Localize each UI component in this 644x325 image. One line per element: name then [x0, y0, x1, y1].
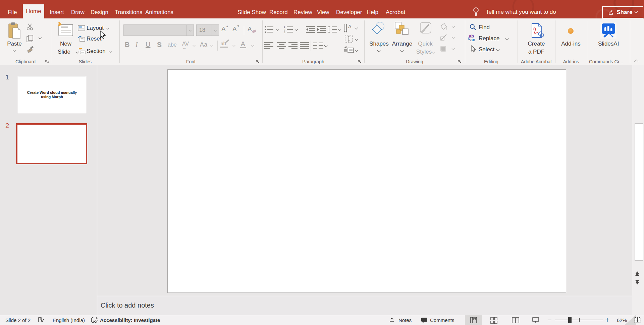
paragraph-dialog-launcher-icon[interactable] — [358, 60, 362, 64]
select-icon[interactable] — [470, 45, 477, 53]
align-center-icon[interactable] — [277, 42, 286, 50]
tab-view[interactable]: View — [317, 9, 329, 16]
replace-chevron-icon[interactable] — [505, 37, 509, 40]
section-chevron-icon[interactable] — [109, 50, 112, 53]
character-spacing-button[interactable]: AV↔ — [182, 41, 189, 47]
layout-chevron-icon[interactable] — [106, 26, 110, 30]
tab-review[interactable]: Review — [293, 9, 312, 16]
italic-button[interactable]: I — [136, 41, 138, 49]
font-size-combo[interactable]: 18 — [196, 24, 219, 36]
next-slide-button[interactable] — [635, 280, 639, 284]
language-indicator[interactable]: English (India) — [53, 317, 85, 323]
quick-styles-icon[interactable] — [419, 21, 433, 36]
spellcheck-icon[interactable] — [38, 317, 44, 323]
arrange-label[interactable]: Arrange — [392, 41, 413, 47]
numbering-icon[interactable]: 123 — [284, 25, 293, 34]
clear-formatting-button[interactable]: A — [248, 25, 252, 33]
shapes-chevron-icon[interactable] — [377, 49, 381, 52]
shapes-icon[interactable] — [371, 21, 386, 36]
align-left-icon[interactable] — [264, 42, 274, 50]
notes-toggle[interactable]: Notes — [398, 317, 412, 323]
underline-button[interactable]: U — [146, 41, 150, 49]
normal-view-button[interactable] — [465, 315, 482, 325]
increase-indent-icon[interactable] — [317, 25, 326, 34]
slide-2-thumbnail[interactable] — [16, 123, 87, 164]
tell-me-box[interactable]: Tell me what you want to do — [486, 9, 556, 15]
notes-pane[interactable]: Click to add notes — [97, 296, 632, 315]
shapes-label[interactable]: Shapes — [369, 41, 389, 47]
paste-chevron-icon[interactable] — [13, 49, 16, 52]
tab-slide-show[interactable]: Slide Show — [237, 9, 266, 16]
shape-fill-chevron-icon[interactable] — [452, 25, 455, 28]
section-icon[interactable] — [78, 48, 86, 54]
smartart-icon[interactable] — [344, 46, 354, 55]
slidesai-button-label[interactable]: SlidesAI — [598, 41, 619, 47]
layout-icon[interactable] — [78, 25, 85, 31]
tab-acrobat[interactable]: Acrobat — [386, 9, 406, 16]
quick-styles-label-2[interactable]: Styles — [414, 49, 434, 55]
text-direction-chevron-icon[interactable] — [355, 26, 358, 29]
notes-placeholder[interactable]: Click to add notes — [101, 302, 154, 309]
align-text-icon[interactable] — [344, 35, 354, 44]
previous-slide-button[interactable] — [635, 271, 639, 276]
zoom-in-button[interactable]: + — [605, 316, 609, 324]
line-spacing-icon[interactable] — [328, 25, 337, 34]
arrange-chevron-icon[interactable] — [400, 49, 404, 52]
smartart-chevron-icon[interactable] — [355, 49, 358, 52]
reading-view-icon[interactable] — [512, 317, 519, 324]
shape-outline-chevron-icon[interactable] — [452, 36, 455, 39]
bold-button[interactable]: B — [125, 41, 129, 49]
font-name-dropdown[interactable] — [186, 25, 194, 36]
collapse-ribbon-icon[interactable] — [634, 59, 638, 64]
text-direction-icon[interactable]: A — [344, 23, 354, 34]
create-pdf-label-2[interactable]: a PDF — [526, 49, 547, 55]
columns-icon[interactable] — [313, 42, 323, 50]
strikethrough-button[interactable]: abe — [168, 42, 177, 48]
reset-button[interactable]: Reset — [87, 36, 101, 42]
zoom-out-button[interactable]: − — [547, 316, 552, 324]
line-spacing-chevron-icon[interactable] — [338, 28, 341, 31]
addins-icon[interactable] — [568, 28, 574, 34]
share-button[interactable]: Share — [602, 6, 643, 18]
shape-fill-icon[interactable] — [440, 23, 448, 30]
create-pdf-label-1[interactable]: Create — [526, 41, 547, 47]
quick-styles-label-1[interactable]: Quick — [415, 41, 436, 47]
zoom-slider-thumb[interactable] — [568, 317, 572, 323]
replace-button[interactable]: Replace — [479, 35, 499, 42]
tab-file[interactable]: File — [8, 9, 17, 16]
addins-button-label[interactable]: Add-ins — [560, 41, 581, 47]
accessibility-status[interactable]: Accessibility: Investigate — [100, 317, 160, 323]
cut-icon[interactable] — [26, 23, 34, 30]
drawing-dialog-launcher-icon[interactable] — [458, 60, 462, 64]
bullets-icon[interactable] — [264, 25, 274, 34]
char-spacing-chevron-icon[interactable] — [193, 44, 196, 47]
highlight-chevron-icon[interactable] — [232, 44, 236, 47]
paste-label[interactable]: Paste — [4, 41, 25, 47]
font-dialog-launcher-icon[interactable] — [256, 60, 260, 64]
find-button[interactable]: Find — [479, 24, 490, 31]
font-size-dropdown[interactable] — [212, 25, 219, 36]
copy-icon[interactable] — [26, 35, 34, 43]
tab-developer[interactable]: Developer — [336, 9, 362, 16]
tab-help[interactable]: Help — [367, 9, 378, 16]
tab-transitions[interactable]: Transitions — [115, 9, 143, 16]
align-right-icon[interactable] — [288, 42, 298, 50]
highlight-color-button[interactable]: ab — [221, 41, 226, 46]
shape-effects-chevron-icon[interactable] — [452, 47, 455, 50]
section-button[interactable]: Section — [87, 48, 106, 55]
replace-icon[interactable]: ab ac ↳ — [468, 34, 477, 42]
format-painter-icon[interactable] — [26, 46, 34, 54]
comments-toggle[interactable]: Comments — [430, 317, 454, 323]
numbering-chevron-icon[interactable] — [295, 28, 298, 31]
tab-home[interactable]: Home — [23, 4, 44, 18]
slideshow-view-icon[interactable] — [532, 317, 539, 324]
shape-effects-icon[interactable] — [439, 45, 448, 53]
tab-animations[interactable]: Animations — [145, 9, 173, 16]
justify-icon[interactable] — [300, 42, 309, 50]
new-slide-label-2[interactable]: Slide — [54, 49, 74, 55]
tab-draw[interactable]: Draw — [71, 9, 85, 16]
select-chevron-icon[interactable] — [496, 48, 500, 51]
slidesai-icon[interactable] — [600, 22, 616, 39]
change-case-chevron-icon[interactable] — [210, 44, 214, 47]
align-text-chevron-icon[interactable] — [355, 38, 358, 41]
